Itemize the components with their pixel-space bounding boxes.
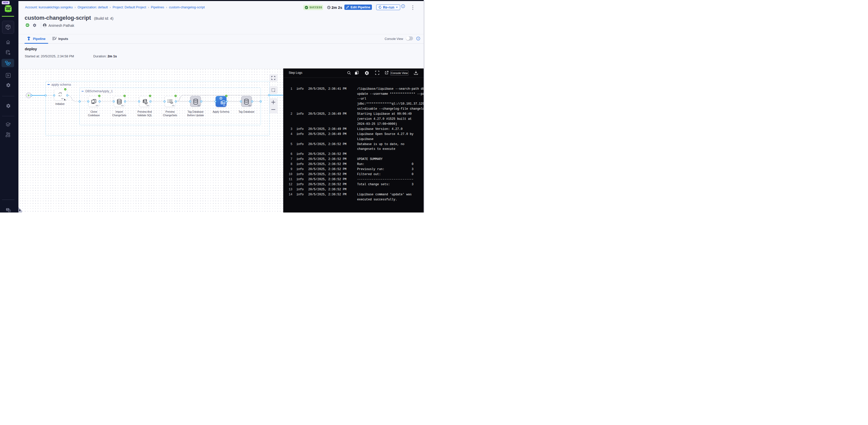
svg-text:∞: ∞: [6, 5, 10, 12]
svg-text:?: ?: [7, 208, 8, 211]
